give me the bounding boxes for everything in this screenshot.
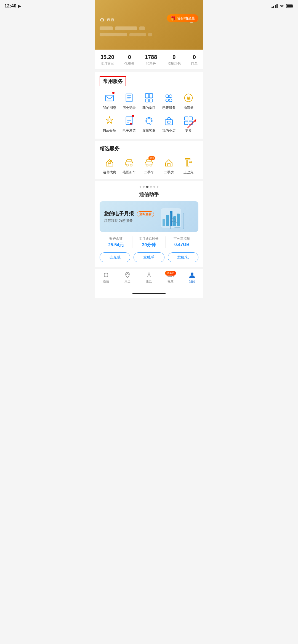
stat-expenditure[interactable]: 35.20 本月支出 bbox=[100, 54, 114, 66]
video-membership-badge: 送会员 bbox=[165, 271, 176, 276]
telecom-nav-icon bbox=[102, 271, 110, 279]
svg-rect-21 bbox=[149, 99, 153, 102]
common-services-section: 常用服务 我的消息 历史记录 bbox=[95, 72, 203, 139]
stat-shared-data: 可分享流量 0.47GB bbox=[166, 236, 198, 248]
dot-3 bbox=[146, 186, 148, 188]
svg-rect-36 bbox=[167, 121, 170, 123]
service-opened[interactable]: 已开服务 bbox=[159, 91, 179, 111]
svg-line-45 bbox=[110, 161, 110, 162]
svg-marker-41 bbox=[194, 120, 196, 122]
svg-point-33 bbox=[130, 123, 132, 125]
service-grid: 我的消息 历史记录 bbox=[100, 91, 198, 136]
stat-data-red-packet[interactable]: 0 流量红包 bbox=[167, 54, 181, 66]
action-buttons: 去充值 查账单 发红包 bbox=[100, 252, 198, 262]
message-icon bbox=[104, 93, 115, 103]
settings-icon[interactable]: ⚙ bbox=[100, 17, 105, 23]
invoice-icon bbox=[124, 115, 134, 126]
service-message[interactable]: 我的消息 bbox=[100, 91, 119, 111]
report-title: 您的电子月报 bbox=[104, 211, 134, 216]
nav-label-life: 生活 bbox=[146, 279, 152, 284]
new-car-icon bbox=[124, 157, 135, 168]
svg-rect-42 bbox=[108, 163, 111, 166]
report-chart bbox=[161, 206, 194, 228]
svg-rect-35 bbox=[165, 120, 172, 125]
used-house-icon bbox=[163, 157, 174, 168]
svg-rect-20 bbox=[145, 99, 149, 102]
monthly-report-card[interactable]: 您的电子月报 立即查看 江苏移动为您服务 bbox=[100, 201, 198, 232]
nav-item-video[interactable]: 送会员 视频 bbox=[160, 271, 181, 284]
status-bar: 12:40 ▶ bbox=[95, 0, 203, 10]
service-customer[interactable]: 在线客服 bbox=[139, 114, 159, 134]
report-subtitle: 江苏移动为您服务 bbox=[104, 218, 154, 223]
service-lottery[interactable]: 签 抽流量 bbox=[179, 91, 198, 111]
recharge-button[interactable]: 去充值 bbox=[100, 252, 130, 262]
home-bar bbox=[132, 293, 166, 294]
svg-point-57 bbox=[105, 274, 107, 276]
life-nav-icon bbox=[145, 271, 153, 279]
opened-services-icon bbox=[164, 93, 174, 103]
bill-button[interactable]: 查账单 bbox=[134, 252, 164, 262]
settings-label[interactable]: 设置 bbox=[107, 17, 115, 22]
service-history[interactable]: 历史记录 bbox=[119, 91, 139, 111]
service-group[interactable]: 我的集团 bbox=[139, 91, 159, 111]
svg-point-34 bbox=[150, 123, 151, 125]
featured-used-house[interactable]: 二手房 bbox=[159, 156, 179, 175]
stat-coupon[interactable]: 0 优惠券 bbox=[124, 54, 134, 66]
svg-text:签: 签 bbox=[187, 96, 191, 100]
mine-nav-icon bbox=[188, 271, 196, 279]
stat-points[interactable]: 1788 和积分 bbox=[145, 54, 157, 66]
stat-orders[interactable]: 0 订单 bbox=[191, 54, 198, 66]
message-badge-dot bbox=[112, 92, 115, 94]
nearby-nav-icon bbox=[124, 271, 131, 279]
nav-label-telecom: 通信 bbox=[103, 279, 109, 284]
featured-house-find[interactable]: 诸葛找房 bbox=[100, 156, 119, 175]
svg-rect-50 bbox=[167, 163, 170, 166]
svg-rect-54 bbox=[189, 161, 192, 163]
featured-used-car[interactable]: 优信 二手车 bbox=[139, 156, 159, 175]
featured-decoration[interactable]: 土巴兔 bbox=[179, 156, 198, 175]
featured-services-section: 精选服务 诸葛找房 bbox=[95, 141, 203, 179]
dot-6 bbox=[157, 186, 158, 188]
account-stats: 账户余额 25.54元 本月通话时长 30分钟 可分享流量 0.47GB bbox=[100, 236, 198, 248]
service-shop[interactable]: 我的小店 bbox=[159, 114, 179, 134]
svg-rect-22 bbox=[166, 95, 168, 98]
dot-2 bbox=[143, 186, 145, 188]
assistant-card: 通信助手 您的电子月报 立即查看 江苏移动为您服务 bbox=[95, 181, 203, 267]
send-red-packet-button[interactable]: 发红包 bbox=[168, 252, 198, 262]
dot-4 bbox=[150, 186, 152, 188]
shop-icon bbox=[164, 115, 174, 126]
nav-item-telecom[interactable]: 通信 bbox=[95, 271, 117, 284]
bottom-nav: 通信 周边 生活 送会员 bbox=[95, 269, 203, 289]
svg-rect-18 bbox=[145, 94, 149, 98]
svg-rect-26 bbox=[169, 99, 172, 102]
svg-line-56 bbox=[175, 221, 176, 223]
svg-point-59 bbox=[148, 273, 150, 274]
plus-member-icon bbox=[104, 115, 115, 126]
service-plus[interactable]: Plus会员 bbox=[100, 114, 119, 134]
nav-item-life[interactable]: 生活 bbox=[138, 271, 160, 284]
nav-item-nearby[interactable]: 周边 bbox=[117, 271, 138, 284]
dot-indicators bbox=[100, 186, 198, 188]
stat-call-time: 本月通话时长 30分钟 bbox=[132, 236, 165, 248]
history-icon bbox=[124, 93, 134, 103]
featured-services-title: 精选服务 bbox=[100, 145, 198, 152]
svg-rect-25 bbox=[166, 99, 168, 102]
more-arrow-indicator bbox=[186, 118, 197, 130]
checkin-badge[interactable]: 🎁 签到抽流量 bbox=[167, 14, 198, 22]
dot-5 bbox=[153, 186, 155, 188]
nav-item-mine[interactable]: 我的 bbox=[181, 271, 203, 284]
stats-row: 35.20 本月支出 0 优惠券 1788 和积分 0 流量红包 0 订单 bbox=[95, 50, 203, 70]
decoration-icon bbox=[183, 157, 194, 168]
stat-balance: 账户余额 25.54元 bbox=[100, 236, 132, 248]
nav-label-video: 视频 bbox=[167, 279, 174, 284]
nav-label-mine: 我的 bbox=[189, 279, 195, 284]
gift-icon: 🎁 bbox=[170, 16, 176, 21]
group-icon bbox=[144, 93, 154, 103]
view-report-button[interactable]: 立即查看 bbox=[137, 211, 154, 217]
assistant-card-title: 通信助手 bbox=[100, 191, 198, 198]
svg-rect-13 bbox=[106, 95, 114, 101]
service-invoice[interactable]: 电子发票 bbox=[119, 114, 139, 134]
house-find-icon bbox=[104, 157, 115, 168]
nav-label-nearby: 周边 bbox=[124, 279, 131, 284]
featured-new-car[interactable]: 毛豆新车 bbox=[119, 156, 139, 175]
